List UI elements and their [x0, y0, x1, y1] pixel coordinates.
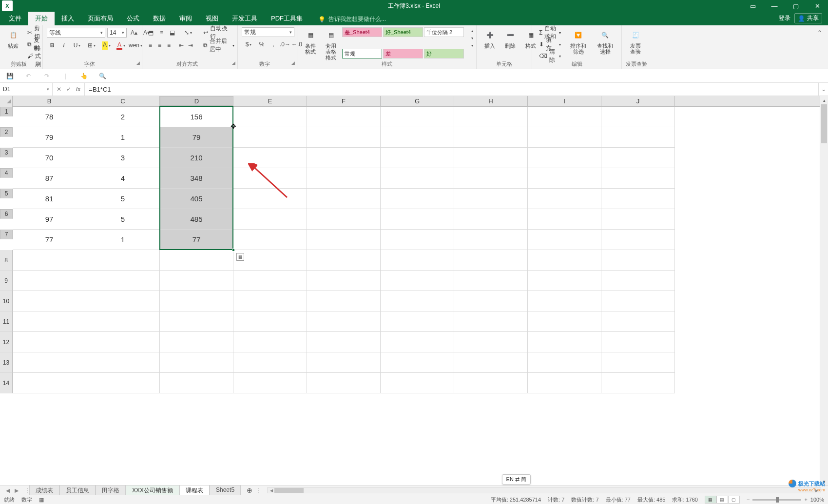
delete-cells-button[interactable]: ➖删除 — [501, 27, 520, 49]
column-header-I[interactable]: I — [528, 96, 601, 106]
cell-E7[interactable] — [233, 230, 307, 250]
row-header[interactable]: 12 — [0, 332, 13, 352]
font-dialog-launcher[interactable]: ◢ — [136, 60, 140, 65]
cell-C12[interactable] — [86, 332, 160, 352]
cell-J13[interactable] — [601, 352, 675, 373]
maximize-button[interactable]: ▢ — [785, 0, 807, 12]
column-header-H[interactable]: H — [454, 96, 528, 106]
align-bottom-button[interactable]: ⬓ — [168, 27, 177, 38]
cell-F5[interactable] — [307, 189, 381, 209]
row-header[interactable]: 5 — [0, 189, 13, 198]
cell-F6[interactable] — [307, 209, 381, 230]
wrap-text-button[interactable]: ↩自动换行 — [200, 27, 233, 38]
cell-G4[interactable] — [381, 168, 454, 189]
italic-button[interactable]: I — [58, 40, 69, 51]
conditional-format-button[interactable]: ▦ 条件格式 — [301, 27, 320, 55]
hscroll-thumb[interactable] — [274, 488, 304, 493]
name-box[interactable]: D1 ▾ — [0, 83, 53, 96]
cell-F7[interactable] — [307, 230, 381, 250]
accept-formula-button[interactable]: ✓ — [66, 86, 71, 93]
zoom-value[interactable]: 100% — [810, 497, 824, 503]
cell-J4[interactable] — [601, 168, 675, 189]
bold-button[interactable]: B — [47, 40, 58, 51]
styles-more-button[interactable]: ▾ — [467, 42, 478, 49]
select-all-corner[interactable] — [0, 96, 13, 107]
cell-G9[interactable] — [381, 271, 454, 291]
cell-B11[interactable] — [13, 311, 86, 332]
accounting-format-button[interactable]: $▾ — [242, 39, 255, 50]
cell-I5[interactable] — [528, 189, 601, 209]
scroll-down-button[interactable]: ▾ — [820, 477, 828, 485]
cell-G12[interactable] — [381, 332, 454, 352]
cell-F14[interactable] — [307, 373, 381, 393]
decrease-indent-button[interactable]: ⇤ — [177, 40, 185, 51]
cell-C14[interactable] — [86, 373, 160, 393]
row-header[interactable]: 4 — [0, 168, 13, 178]
cell-B2[interactable]: 79 — [13, 127, 86, 148]
cell-D3[interactable]: 210 — [160, 148, 233, 168]
cell-H2[interactable] — [454, 127, 528, 148]
comma-button[interactable]: , — [268, 39, 279, 50]
cell-E13[interactable] — [233, 352, 307, 373]
cell-C10[interactable] — [86, 291, 160, 311]
undo-button[interactable]: ↶ — [23, 71, 33, 81]
percent-button[interactable]: % — [256, 39, 267, 50]
font-family-select[interactable]: 等线▾ — [47, 28, 105, 38]
number-format-select[interactable]: 常规▾ — [242, 27, 294, 37]
cell-style-item[interactable]: 差_Sheet4 — [342, 27, 382, 37]
underline-button[interactable]: U▾ — [70, 40, 84, 51]
cell-I7[interactable] — [528, 230, 601, 250]
cell-F10[interactable] — [307, 291, 381, 311]
cell-style-item[interactable]: 常规 — [342, 49, 382, 58]
cell-D4[interactable]: 348 — [160, 168, 233, 189]
cell-style-item[interactable]: 好_Sheet4 — [383, 27, 423, 37]
cell-F8[interactable] — [307, 250, 381, 271]
cell-G1[interactable] — [381, 107, 454, 127]
cell-B7[interactable]: 77 — [13, 230, 86, 250]
merge-center-button[interactable]: ⧉合并后居中▾ — [200, 40, 237, 51]
cell-D10[interactable] — [160, 291, 233, 311]
row-header[interactable]: 7 — [0, 230, 13, 239]
cell-D1[interactable]: 156 — [160, 107, 233, 127]
cell-D11[interactable] — [160, 311, 233, 332]
phonetic-button[interactable]: wen▾ — [129, 40, 142, 51]
format-as-table-button[interactable]: ▤ 套用 表格格式 — [322, 27, 340, 60]
zoom-slider-handle[interactable] — [776, 497, 779, 503]
tab-review[interactable]: 审阅 — [173, 12, 199, 25]
cell-J5[interactable] — [601, 189, 675, 209]
page-break-view-button[interactable]: ▢ — [728, 496, 740, 504]
cell-H11[interactable] — [454, 311, 528, 332]
cell-D12[interactable] — [160, 332, 233, 352]
print-preview-button[interactable]: 🔍 — [97, 71, 107, 81]
copy-button[interactable]: ⧉复制 — [24, 39, 44, 50]
cell-B5[interactable]: 81 — [13, 189, 86, 209]
cell-E3[interactable] — [233, 148, 307, 168]
cell-B8[interactable] — [13, 250, 86, 271]
cell-C6[interactable]: 5 — [86, 209, 160, 230]
align-center-button[interactable]: ≡ — [155, 40, 164, 51]
touch-mode-button[interactable]: 👆 — [79, 71, 89, 81]
styles-scroll-up[interactable]: ▴ — [467, 27, 478, 34]
formula-input[interactable]: =B1*C1 — [85, 83, 818, 96]
alignment-dialog-launcher[interactable]: ◢ — [232, 60, 235, 65]
horizontal-scrollbar[interactable]: ◀ ▶ — [267, 487, 821, 493]
cell-H14[interactable] — [454, 373, 528, 393]
cell-E8[interactable] — [233, 250, 307, 271]
row-header[interactable]: 6 — [0, 209, 13, 219]
row-header[interactable]: 2 — [0, 127, 13, 137]
cell-C2[interactable]: 1 — [86, 127, 160, 148]
cell-J2[interactable] — [601, 127, 675, 148]
ribbon-display-options-button[interactable]: ▭ — [742, 0, 764, 12]
cell-B4[interactable]: 87 — [13, 168, 86, 189]
cell-F9[interactable] — [307, 271, 381, 291]
cell-C13[interactable] — [86, 352, 160, 373]
clear-button[interactable]: ⌫清除▾ — [536, 51, 564, 61]
tab-pdf-tools[interactable]: PDF工具集 — [264, 12, 309, 25]
column-header-C[interactable]: C — [86, 96, 160, 106]
cell-F4[interactable] — [307, 168, 381, 189]
cell-J11[interactable] — [601, 311, 675, 332]
cell-I9[interactable] — [528, 271, 601, 291]
column-header-D[interactable]: D — [160, 96, 233, 106]
orientation-button[interactable]: ⤡▾ — [182, 27, 194, 38]
row-header[interactable]: 14 — [0, 373, 13, 393]
